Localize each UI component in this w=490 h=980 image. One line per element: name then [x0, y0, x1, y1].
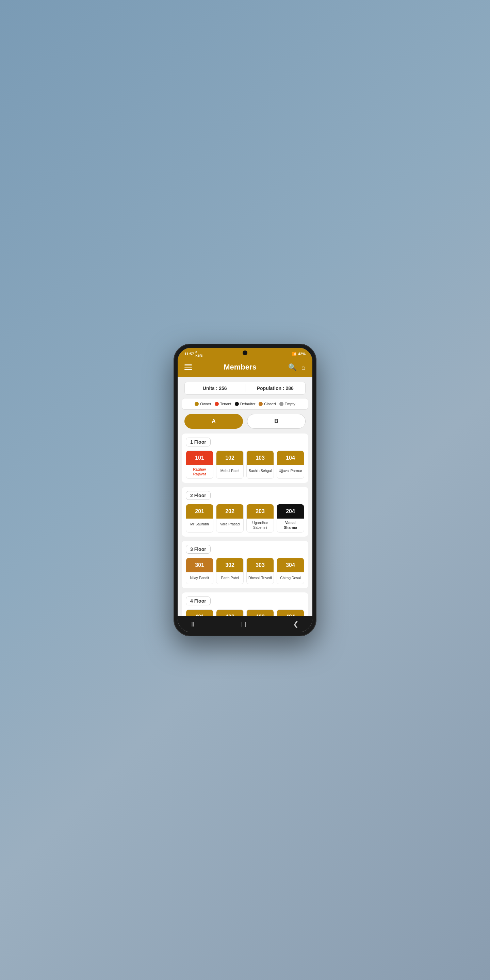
unit-401-number: 401 — [186, 610, 213, 616]
floor-4-label: 4 Floor — [186, 597, 211, 605]
unit-203-name: Ugandhar Sabenini — [247, 519, 274, 532]
unit-303-name: Dhvanil Trivedi — [247, 572, 274, 584]
floor-3-grid: 301 Nilay Pandit 302 Parth Patel 303 Dhv… — [186, 558, 304, 584]
menu-button[interactable] — [185, 364, 192, 370]
floor-3-label: 3 Floor — [186, 545, 211, 554]
unit-104-number: 104 — [277, 451, 304, 465]
unit-203-number: 203 — [247, 504, 274, 519]
unit-402-number: 402 — [216, 610, 243, 616]
legend-closed: Closed — [259, 402, 275, 406]
closed-dot — [259, 402, 263, 406]
unit-403[interactable]: 403 Mukesh Patel — [247, 609, 274, 616]
unit-203[interactable]: 203 Ugandhar Sabenini — [247, 504, 274, 532]
app-header: Members 🔍 ⌂ — [178, 359, 312, 377]
legend-defaulter: Defaulter — [235, 402, 256, 406]
legend-owner: Owner — [195, 402, 211, 406]
unit-301-number: 301 — [186, 558, 213, 572]
unit-304[interactable]: 304 Chirag Desai — [277, 558, 304, 584]
unit-102[interactable]: 102 Mehul Patel — [216, 450, 243, 479]
unit-101[interactable]: 101 Raghav Rajavat — [186, 450, 213, 479]
unit-302-number: 302 — [216, 558, 243, 572]
unit-302-name: Parth Patel — [216, 572, 243, 584]
tab-bar: A B — [185, 414, 305, 429]
closed-label: Closed — [264, 402, 275, 406]
unit-104[interactable]: 104 Ujjaval Parmar — [277, 450, 304, 479]
floor-1-section: 1 Floor 101 Raghav Rajavat 102 Mehul Pat… — [182, 434, 308, 483]
unit-103-name: Sachin Sehgal — [247, 465, 274, 477]
unit-103[interactable]: 103 Sachin Sehgal — [247, 450, 274, 479]
unit-102-number: 102 — [216, 451, 243, 465]
legend-bar: Owner Tenant Defaulter Closed Empty — [182, 398, 308, 410]
unit-201[interactable]: 201 Mr Saurabh — [186, 504, 213, 532]
tab-b[interactable]: B — [247, 414, 305, 429]
tenant-dot — [215, 402, 219, 406]
status-data: 8KB/S — [195, 350, 203, 357]
unit-201-name: Mr Saurabh — [186, 519, 213, 530]
empty-label: Empty — [285, 402, 295, 406]
main-content: Units : 256 Population : 286 Owner Tenan… — [178, 377, 312, 616]
unit-402[interactable]: 402 Suresh Gulati — [216, 609, 243, 616]
legend-tenant: Tenant — [215, 402, 231, 406]
battery-text: 42% — [298, 352, 305, 356]
tenant-label: Tenant — [220, 402, 231, 406]
nav-back-icon[interactable]: ❮ — [293, 620, 299, 628]
home-icon[interactable]: ⌂ — [301, 363, 305, 371]
unit-202-number: 202 — [216, 504, 243, 519]
phone-screen: 11:57 8KB/S 📶 42% Members 🔍 ⌂ Units : 2 — [178, 348, 312, 632]
unit-101-name: Raghav Rajavat — [186, 465, 213, 479]
floor-3-section: 3 Floor 301 Nilay Pandit 302 Parth Patel… — [182, 541, 308, 588]
unit-403-number: 403 — [247, 610, 274, 616]
population-stat: Population : 286 — [245, 382, 305, 395]
unit-303-number: 303 — [247, 558, 274, 572]
unit-104-name: Ujjaval Parmar — [277, 465, 304, 477]
floor-1-grid: 101 Raghav Rajavat 102 Mehul Patel 103 S… — [186, 450, 304, 479]
camera-notch — [243, 350, 247, 355]
status-time: 11:57 — [185, 352, 194, 356]
unit-301[interactable]: 301 Nilay Pandit — [186, 558, 213, 584]
units-stat: Units : 256 — [185, 382, 245, 395]
empty-dot — [279, 402, 283, 406]
unit-202-name: Vara Prasad — [216, 519, 243, 530]
unit-201-number: 201 — [186, 504, 213, 519]
unit-303[interactable]: 303 Dhvanil Trivedi — [247, 558, 274, 584]
wifi-icon: 📶 — [292, 352, 297, 356]
unit-204-name: Vatsal Sharma — [277, 519, 304, 532]
unit-102-name: Mehul Patel — [216, 465, 243, 477]
unit-302[interactable]: 302 Parth Patel — [216, 558, 243, 584]
unit-401[interactable]: 401 Parth Parmar — [186, 609, 213, 616]
floor-4-grid: 401 Parth Parmar 402 Suresh Gulati 403 M… — [186, 609, 304, 616]
floor-2-label: 2 Floor — [186, 491, 211, 500]
unit-404-number: 404 — [277, 610, 304, 616]
owner-label: Owner — [200, 402, 211, 406]
unit-204-number: 204 — [277, 504, 304, 519]
floor-4-section: 4 Floor 401 Parth Parmar 402 Suresh Gula… — [182, 592, 308, 616]
unit-101-number: 101 — [186, 451, 213, 465]
nav-recents-icon[interactable]: ⦀ — [191, 620, 194, 628]
unit-304-name: Chirag Desai — [277, 572, 304, 584]
defaulter-dot — [235, 402, 239, 406]
unit-404[interactable]: 404 Neha Maurya — [277, 609, 304, 616]
unit-204[interactable]: 204 Vatsal Sharma — [277, 504, 304, 532]
bottom-nav: ⦀ ⎕ ❮ — [178, 616, 312, 632]
unit-202[interactable]: 202 Vara Prasad — [216, 504, 243, 532]
page-title: Members — [224, 363, 256, 372]
floor-1-label: 1 Floor — [186, 438, 211, 447]
unit-304-number: 304 — [277, 558, 304, 572]
unit-301-name: Nilay Pandit — [186, 572, 213, 584]
nav-home-icon[interactable]: ⎕ — [242, 620, 246, 628]
owner-dot — [195, 402, 199, 406]
unit-103-number: 103 — [247, 451, 274, 465]
tab-a[interactable]: A — [185, 414, 243, 429]
legend-empty: Empty — [279, 402, 295, 406]
floor-2-grid: 201 Mr Saurabh 202 Vara Prasad 203 Ugand… — [186, 504, 304, 532]
header-actions: 🔍 ⌂ — [288, 363, 305, 371]
defaulter-label: Defaulter — [240, 402, 256, 406]
floor-2-section: 2 Floor 201 Mr Saurabh 202 Vara Prasad 2… — [182, 487, 308, 536]
phone-frame: 11:57 8KB/S 📶 42% Members 🔍 ⌂ Units : 2 — [173, 344, 317, 636]
search-icon[interactable]: 🔍 — [288, 363, 297, 371]
stats-bar: Units : 256 Population : 286 — [185, 382, 305, 395]
